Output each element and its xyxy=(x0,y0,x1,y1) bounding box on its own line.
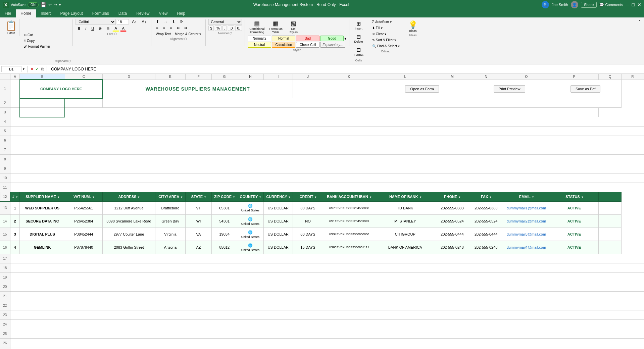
table-row[interactable]: 14 2 SECURE DATA INC P26452384 3098 Syca… xyxy=(0,215,644,228)
cell-num-3[interactable]: 3 xyxy=(10,228,20,241)
find-select-button[interactable]: 🔍Find & Select ▾ xyxy=(371,44,401,49)
style-good[interactable]: Good xyxy=(320,36,344,41)
cell-R1[interactable] xyxy=(621,80,644,98)
style-normal[interactable]: Normal xyxy=(272,36,295,41)
cell-bank-3[interactable]: CITIGROUP xyxy=(375,228,435,241)
col-header-O[interactable]: O xyxy=(503,74,550,80)
cell-status-1[interactable]: ACTIVE xyxy=(550,201,599,214)
header-phone[interactable]: PHONE ▾ xyxy=(435,192,469,201)
cell-status-3[interactable]: ACTIVE xyxy=(550,228,599,241)
styles-expand-btn[interactable]: ▾ xyxy=(344,36,346,41)
style-explanatory[interactable]: Explanatory... xyxy=(320,42,345,48)
dollar-button[interactable]: $ xyxy=(208,26,214,31)
format-as-table-button[interactable]: ▦ Format as Table xyxy=(267,19,284,35)
tab-file[interactable]: File xyxy=(0,9,16,17)
print-preview-cell[interactable]: Print Preview xyxy=(469,80,550,98)
style-normal2[interactable]: Normal 2 xyxy=(248,36,271,41)
customize-icon[interactable]: ▾ xyxy=(59,3,61,7)
cell-email-2[interactable]: dummymail2@mail.com xyxy=(503,215,550,228)
logo-cell[interactable]: COMPANY LOGO HERE xyxy=(20,80,103,98)
cell-country-flag-3[interactable]: 🌐United States xyxy=(237,228,263,241)
formula-input[interactable]: COMPANY LOGO HERE xyxy=(50,67,643,71)
tab-data[interactable]: Data xyxy=(114,9,132,17)
cell-bank-1[interactable]: TD BANK xyxy=(375,201,435,214)
cell-C2[interactable] xyxy=(65,98,102,108)
wrap-text-button[interactable]: Wrap Text xyxy=(154,32,172,37)
open-form-cell[interactable]: Open as Form xyxy=(375,80,469,98)
style-neutral[interactable]: Neutral xyxy=(248,42,271,48)
cell-zip-4[interactable]: 85012 xyxy=(212,241,237,254)
cell-C3[interactable] xyxy=(65,108,599,117)
cell-currency-1[interactable]: US DOLLAR xyxy=(263,201,293,214)
cell-ref-dropdown[interactable]: ▾ xyxy=(23,67,24,71)
underline-button[interactable]: U xyxy=(89,26,96,31)
cell-bank-2[interactable]: M. STANLEY xyxy=(375,215,435,228)
col-header-Q[interactable]: Q xyxy=(599,74,621,80)
cell-currency-2[interactable]: US DOLLAR xyxy=(263,215,293,228)
header-bank[interactable]: NAME OF BANK ▾ xyxy=(375,192,435,201)
bold-button[interactable]: B xyxy=(76,26,82,31)
tab-home[interactable]: Home xyxy=(16,9,36,17)
copy-button[interactable]: ⎘Copy xyxy=(22,38,52,43)
cell-currency-3[interactable]: US DOLLAR xyxy=(263,228,293,241)
cell-reference-input[interactable] xyxy=(1,66,21,72)
header-supplier-name[interactable]: SUPPLIER NAME ▾ xyxy=(20,192,65,201)
tab-review[interactable]: Review xyxy=(132,9,154,17)
cell-L1[interactable] xyxy=(323,80,375,98)
fill-color-button[interactable]: A xyxy=(112,26,119,32)
font-size-input[interactable] xyxy=(117,19,129,24)
redo-icon[interactable]: ↪ xyxy=(54,2,57,7)
autosum-button[interactable]: ΣAutoSum ▾ xyxy=(371,19,401,24)
cell-K1[interactable] xyxy=(293,80,323,98)
col-header-A[interactable]: A xyxy=(10,74,20,80)
cell-credit-1[interactable]: 30 DAYS xyxy=(293,201,323,214)
col-header-C[interactable]: C xyxy=(65,74,102,80)
maximize-btn[interactable]: □ xyxy=(632,2,635,7)
cell-supplier-1[interactable]: WEB SUPPLIER US xyxy=(20,201,65,214)
cell-city-4[interactable]: Arizona xyxy=(155,241,186,254)
autosave-badge[interactable]: ON xyxy=(28,2,39,7)
cell-extra-3[interactable] xyxy=(599,228,621,241)
percent-button[interactable]: % xyxy=(215,26,221,31)
cell-iban-3[interactable]: US34SVBKUS6S3300950000 xyxy=(323,228,375,241)
font-family-select[interactable]: Calibri xyxy=(76,19,116,25)
header-iban[interactable]: BANK ACCOUNT/ IBAN ▾ xyxy=(323,192,375,201)
cell-num-1[interactable]: 1 xyxy=(10,201,20,214)
font-increase-btn[interactable]: A↑ xyxy=(130,19,139,25)
decimal-increase-btn[interactable]: .0 xyxy=(228,26,234,31)
cell-zip-2[interactable]: 54301 xyxy=(212,215,237,228)
indent-increase-btn[interactable]: ⇒ xyxy=(182,25,189,31)
comma-button[interactable]: , xyxy=(222,26,227,31)
cell-extra-1[interactable] xyxy=(599,201,621,214)
cell-country-flag-2[interactable]: 🌐United States xyxy=(237,215,263,228)
cut-button[interactable]: ✂Cut xyxy=(22,33,52,38)
col-header-J[interactable]: J xyxy=(293,74,323,80)
comments-btn[interactable]: 💬 Comments xyxy=(599,3,623,7)
undo-icon[interactable]: ↩ xyxy=(48,2,52,7)
cell-email-1[interactable]: dummymail1@mail.com xyxy=(503,201,550,214)
header-credit[interactable]: CREDIT ▾ xyxy=(293,192,323,201)
cell-bank-4[interactable]: BANK OF AMERICA xyxy=(375,241,435,254)
cell-D2[interactable] xyxy=(102,98,621,108)
cell-fax-1[interactable]: 202-555-0383 xyxy=(469,201,503,214)
style-check-cell[interactable]: Check Cell xyxy=(296,42,319,48)
header-vat-num[interactable]: VAT NUM. ▾ xyxy=(65,192,102,201)
cell-credit-2[interactable]: NO xyxy=(293,215,323,228)
col-header-K[interactable]: K xyxy=(323,74,375,80)
cell-iban-2[interactable]: US11SVBKUS6S1234559999 xyxy=(323,215,375,228)
font-color-button[interactable]: A xyxy=(120,26,127,32)
fill-button[interactable]: ⬇Fill ▾ xyxy=(371,26,401,31)
col-header-N[interactable]: N xyxy=(469,74,503,80)
ideas-button[interactable]: 💡 Ideas xyxy=(407,19,419,34)
cell-address-3[interactable]: 2977 Coulter Lane xyxy=(102,228,155,241)
cell-credit-4[interactable]: 15 DAYS xyxy=(293,241,323,254)
tab-page-layout[interactable]: Page Layout xyxy=(55,9,87,17)
format-painter-button[interactable]: 🖌Format Painter xyxy=(22,44,52,49)
cell-state-3[interactable]: VA xyxy=(185,228,211,241)
print-preview-button[interactable]: Print Preview xyxy=(494,85,526,93)
tab-view[interactable]: View xyxy=(154,9,172,17)
tab-help[interactable]: Help xyxy=(172,9,190,17)
cell-B3[interactable] xyxy=(20,108,65,117)
italic-button[interactable]: I xyxy=(83,26,88,31)
text-angle-btn[interactable]: ⟳ xyxy=(178,19,185,24)
